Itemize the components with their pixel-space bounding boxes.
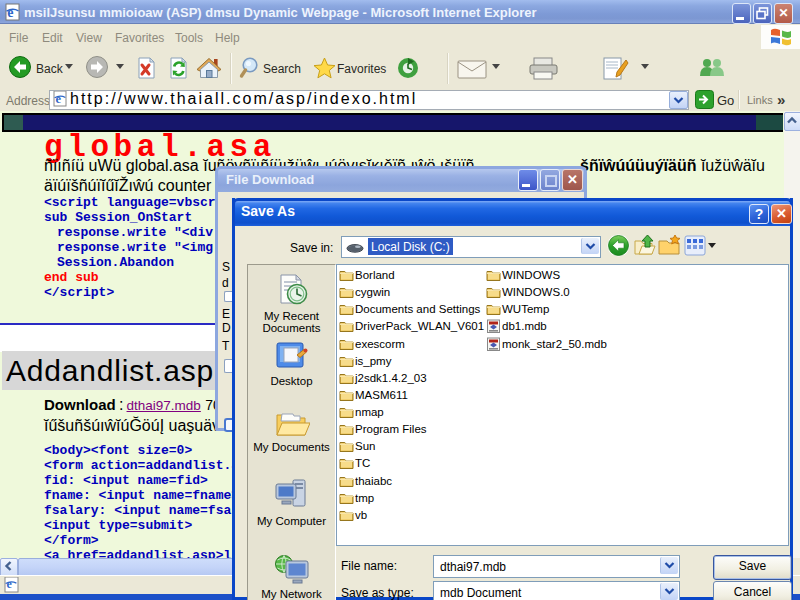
svg-text:e: e xyxy=(55,92,61,106)
svg-text:e: e xyxy=(6,577,12,591)
svg-text:e: e xyxy=(7,5,13,20)
